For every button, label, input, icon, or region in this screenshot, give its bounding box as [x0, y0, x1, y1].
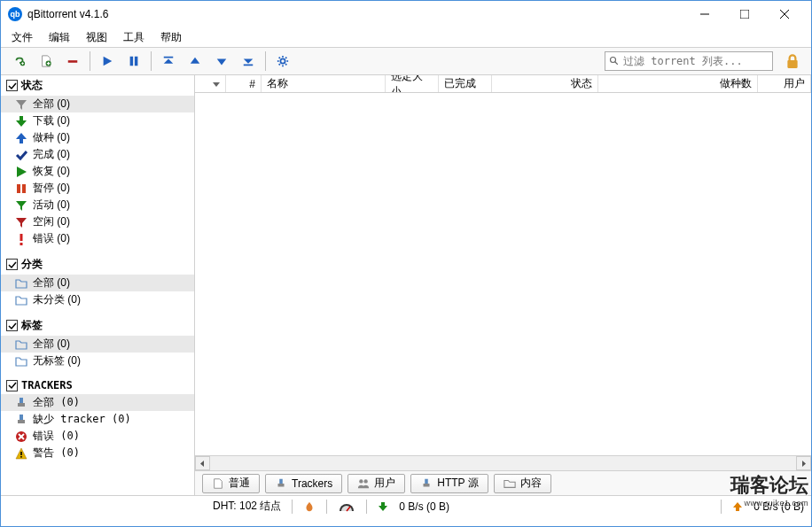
folder-icon	[15, 294, 27, 306]
svg-point-29	[611, 58, 616, 63]
table-header: # 名称 选定大小 已完成 状态 做种数 用户	[195, 75, 811, 93]
move-down-button[interactable]	[209, 49, 234, 74]
horizontal-scrollbar[interactable]	[195, 455, 811, 470]
filter-item-status-8[interactable]: 错误 (0)	[1, 230, 194, 247]
resume-button[interactable]	[95, 49, 120, 74]
filter-label: 暂停 (0)	[33, 181, 70, 196]
funnel-red-icon	[15, 216, 27, 229]
filter-label: 未分类 (0)	[33, 292, 81, 307]
menubar: 文件 编辑 视图 工具 帮助	[1, 27, 811, 47]
filter-item-status-3[interactable]: 完成 (0)	[1, 146, 194, 163]
filter-label: 全部 (0)	[33, 97, 70, 112]
filter-item-trackers-0[interactable]: 全部 (0)	[1, 394, 194, 411]
svg-rect-40	[20, 234, 23, 241]
funnel-green-icon	[15, 199, 27, 212]
filter-item-trackers-3[interactable]: 警告 (0)	[1, 445, 194, 461]
svg-marker-39	[16, 218, 27, 228]
tab-http[interactable]: HTTP 源	[410, 474, 488, 493]
filter-item-status-4[interactable]: 恢复 (0)	[1, 163, 194, 180]
maximize-button[interactable]	[724, 2, 764, 27]
col-sort[interactable]	[195, 75, 226, 92]
svg-rect-56	[278, 484, 285, 487]
lock-button[interactable]	[780, 49, 805, 74]
filter-item-status-6[interactable]: 活动 (0)	[1, 197, 194, 213]
svg-line-25	[279, 58, 280, 58]
section-trackers[interactable]: TRACKERS	[1, 376, 194, 394]
filter-item-trackers-1[interactable]: 缺少 tracker (0)	[1, 411, 194, 428]
col-peers[interactable]: 用户	[758, 75, 811, 92]
filter-label: 做种 (0)	[33, 130, 70, 145]
svg-rect-43	[18, 403, 25, 407]
torrent-list[interactable]	[195, 93, 811, 455]
filter-item-trackers-2[interactable]: 错误 (0)	[1, 428, 194, 445]
filter-item-tags-0[interactable]: 全部 (0)	[1, 336, 194, 353]
col-status[interactable]: 状态	[492, 75, 598, 92]
tracker-icon	[15, 397, 27, 409]
pause-button[interactable]	[121, 49, 146, 74]
filter-label: 缺少 tracker (0)	[33, 412, 131, 427]
section-category-label: 分类	[21, 257, 43, 272]
filter-label: 无标签 (0)	[33, 353, 81, 368]
filter-item-status-1[interactable]: 下载 (0)	[1, 112, 194, 129]
svg-rect-42	[20, 398, 23, 403]
bang-red-icon	[15, 233, 27, 245]
menu-file[interactable]: 文件	[4, 28, 40, 47]
move-top-button[interactable]	[156, 49, 181, 74]
folder-icon	[504, 477, 516, 490]
filter-item-status-2[interactable]: 做种 (0)	[1, 129, 194, 146]
filter-search-box[interactable]	[605, 51, 773, 71]
move-up-button[interactable]	[183, 49, 207, 74]
col-seeds[interactable]: 做种数	[598, 75, 758, 92]
filter-item-category-0[interactable]: 全部 (0)	[1, 275, 194, 291]
filter-item-status-0[interactable]: 全部 (0)	[1, 96, 194, 112]
col-size[interactable]: 选定大小	[386, 75, 439, 92]
folder-icon	[15, 355, 27, 368]
tracker-icon	[275, 477, 287, 490]
filter-label: 全部 (0)	[33, 395, 80, 410]
settings-button[interactable]	[270, 49, 295, 74]
tab-general[interactable]: 普通	[202, 474, 260, 493]
checkbox-icon	[6, 320, 18, 331]
minimize-button[interactable]	[684, 2, 724, 27]
menu-help[interactable]: 帮助	[153, 28, 189, 47]
filter-item-status-5[interactable]: 暂停 (0)	[1, 180, 194, 197]
add-file-button[interactable]	[34, 49, 59, 74]
menu-view[interactable]: 视图	[79, 28, 114, 47]
filter-label: 错误 (0)	[33, 429, 80, 444]
svg-rect-45	[18, 420, 25, 423]
close-button[interactable]	[764, 2, 804, 27]
col-name[interactable]: 名称	[262, 75, 386, 92]
filter-item-status-7[interactable]: 空闲 (0)	[1, 213, 194, 230]
menu-edit[interactable]: 编辑	[42, 28, 77, 47]
svg-rect-59	[425, 478, 428, 483]
filter-label: 空闲 (0)	[33, 214, 70, 229]
svg-marker-33	[16, 116, 27, 127]
section-tags[interactable]: 标签	[1, 315, 194, 336]
tracker-icon	[15, 414, 27, 426]
warn-triangle-icon	[15, 447, 27, 460]
scroll-right-button[interactable]	[796, 456, 811, 470]
col-done[interactable]: 已完成	[439, 75, 492, 92]
tab-trackers[interactable]: Trackers	[265, 474, 342, 493]
filter-input[interactable]	[623, 55, 769, 67]
tab-content[interactable]: 内容	[494, 474, 551, 493]
tab-peers[interactable]: 用户	[347, 474, 405, 493]
watermark: 瑞客论坛 www.ruike1.com	[730, 472, 808, 508]
document-icon	[212, 477, 224, 490]
menu-tools[interactable]: 工具	[116, 28, 152, 47]
section-category[interactable]: 分类	[1, 254, 194, 275]
move-bottom-button[interactable]	[236, 49, 261, 74]
svg-marker-15	[164, 58, 174, 63]
section-status[interactable]: 状态	[1, 75, 194, 96]
pause-red-icon	[15, 182, 27, 195]
delete-button[interactable]	[60, 49, 85, 74]
checkbox-icon	[6, 380, 18, 391]
speed-icon[interactable]	[338, 500, 355, 513]
firewall-icon	[303, 500, 316, 513]
add-link-button[interactable]	[7, 49, 32, 74]
filter-item-category-1[interactable]: 未分类 (0)	[1, 291, 194, 308]
col-num[interactable]: #	[226, 75, 262, 92]
filter-item-tags-1[interactable]: 无标签 (0)	[1, 353, 194, 369]
scroll-left-button[interactable]	[195, 456, 210, 470]
svg-point-57	[359, 479, 363, 483]
